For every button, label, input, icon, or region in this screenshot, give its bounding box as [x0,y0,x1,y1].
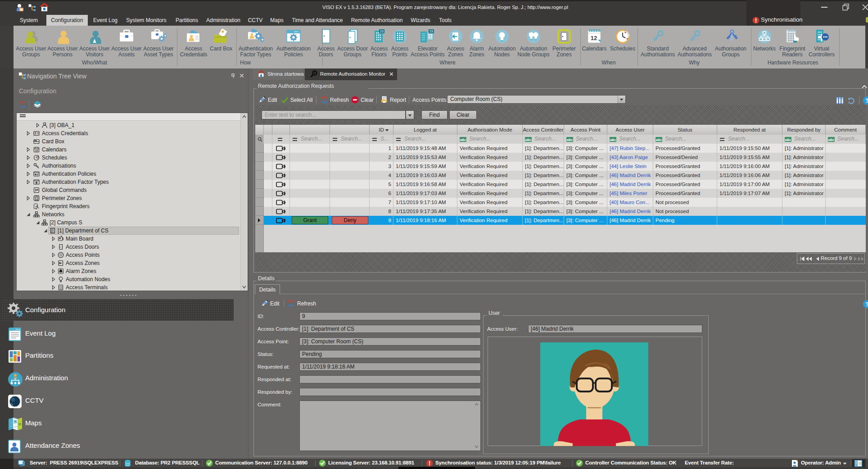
svg-text:aBc: aBc [525,138,532,142]
svg-text:12: 12 [591,35,597,41]
svg-text:aBc: aBc [460,138,466,142]
svg-text:23: 23 [429,30,433,33]
svg-text:aBc: aBc [656,138,662,142]
svg-text:aBc: aBc [567,138,573,142]
svg-text:aBc: aBc [828,138,835,142]
svg-text:aBc: aBc [610,138,616,142]
svg-text:12: 12 [35,149,38,152]
svg-text:23: 23 [380,30,384,33]
svg-text:aBc: aBc [785,138,791,142]
svg-text:?: ? [865,301,868,308]
svg-text:?: ? [865,97,868,104]
